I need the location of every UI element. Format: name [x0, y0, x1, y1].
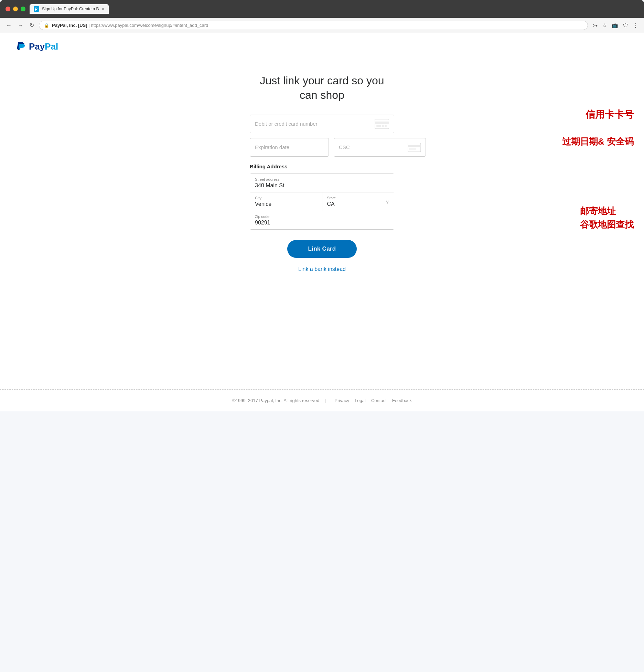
annotation-expiry-csc: 过期日期& 安全码: [562, 136, 634, 148]
tab-favicon-icon: P: [34, 6, 39, 12]
page-title: Just link your card so you can shop: [250, 74, 394, 102]
menu-icon[interactable]: ⋮: [632, 21, 639, 30]
state-label: State: [327, 196, 386, 200]
paypal-wordmark: PayPal: [29, 41, 58, 52]
billing-address-label: Billing Address: [250, 164, 394, 169]
reload-button[interactable]: ↻: [28, 21, 35, 30]
window-controls: [6, 7, 25, 11]
state-field[interactable]: State CA NY TX FL ∨: [322, 192, 394, 211]
svg-rect-7: [385, 125, 387, 127]
annotation-address-line2: 谷歌地图查找: [580, 218, 634, 231]
zip-code-field[interactable]: Zip code: [250, 211, 394, 229]
site-footer: ©1999–2017 Paypal, Inc. All rights reser…: [0, 389, 644, 411]
state-dropdown-arrow-icon: ∨: [386, 199, 389, 204]
paypal-pay-text: Pay: [29, 41, 45, 52]
ssl-lock-icon: 🔒: [44, 23, 49, 28]
browser-tab[interactable]: P Sign Up for PayPal: Create a B ✕: [30, 4, 109, 14]
back-button[interactable]: ←: [5, 21, 13, 30]
footer-divider: |: [325, 398, 326, 403]
forward-button[interactable]: →: [17, 21, 25, 30]
paypal-pal-text: Pal: [45, 41, 58, 52]
svg-rect-10: [409, 148, 416, 150]
card-number-input[interactable]: [255, 121, 375, 127]
svg-rect-9: [408, 145, 421, 147]
annotation-address: 邮寄地址 谷歌地图查找: [580, 204, 634, 231]
expiry-field[interactable]: [250, 138, 329, 157]
tab-title: Sign Up for PayPal: Create a B: [42, 7, 99, 11]
annotation-address-line1: 邮寄地址: [580, 204, 634, 218]
contact-link[interactable]: Contact: [371, 398, 387, 403]
card-number-field[interactable]: [250, 115, 394, 133]
svg-rect-4: [375, 122, 389, 124]
key-icon[interactable]: 🗝: [591, 21, 599, 29]
shield-icon[interactable]: 🛡: [622, 21, 629, 29]
tab-close-button[interactable]: ✕: [101, 7, 105, 11]
cast-icon[interactable]: 📺: [611, 21, 619, 30]
zip-input[interactable]: [255, 220, 389, 226]
card-form: Billing Address Street address City Veni…: [250, 115, 394, 272]
footer-copyright: ©1999–2017 Paypal, Inc. All rights reser…: [232, 398, 321, 403]
csc-field[interactable]: [334, 138, 426, 157]
card-placeholder-icon: [375, 119, 389, 129]
address-fields-group: Street address City Venice State: [250, 174, 394, 230]
main-content: Just link your card so you can shop: [0, 60, 644, 293]
link-bank-link[interactable]: Link a bank instead: [298, 266, 346, 272]
csc-input[interactable]: [339, 144, 408, 150]
street-address-field[interactable]: Street address: [250, 174, 394, 192]
url-domain: https://www.paypal.com: [91, 23, 138, 28]
billing-address-section: Billing Address Street address City Veni…: [250, 164, 394, 230]
paypal-p-logo-icon: [14, 40, 27, 53]
state-select[interactable]: CA NY TX FL: [327, 201, 335, 207]
browser-titlebar: P Sign Up for PayPal: Create a B ✕: [0, 0, 644, 18]
svg-rect-5: [376, 125, 381, 127]
svg-text:P: P: [35, 7, 37, 12]
link-card-button[interactable]: Link Card: [287, 240, 356, 258]
expiry-input[interactable]: [255, 144, 324, 150]
maximize-window-button[interactable]: [21, 7, 25, 11]
browser-toolbar-icons: 🗝 ☆ 📺 🛡 ⋮: [591, 21, 639, 30]
privacy-link[interactable]: Privacy: [335, 398, 350, 403]
annotation-card-number: 信用卡卡号: [586, 108, 634, 121]
city-label: City: [255, 196, 317, 200]
browser-toolbar: ← → ↻ 🔒 PayPal, Inc. [US] | https://www.…: [0, 18, 644, 33]
street-label: Street address: [255, 177, 389, 181]
url-display: PayPal, Inc. [US] | https://www.paypal.c…: [52, 23, 583, 28]
footer-links: Privacy Legal Contact Feedback: [335, 398, 412, 403]
browser-window: P Sign Up for PayPal: Create a B ✕ ← → ↻…: [0, 0, 644, 33]
city-state-row: City Venice State CA NY TX FL: [250, 192, 394, 211]
address-bar[interactable]: 🔒 PayPal, Inc. [US] | https://www.paypal…: [39, 21, 588, 30]
paypal-logo[interactable]: PayPal: [14, 40, 630, 53]
city-value: Venice: [255, 201, 317, 207]
minimize-window-button[interactable]: [13, 7, 18, 11]
zip-label: Zip code: [255, 214, 389, 219]
feedback-link[interactable]: Feedback: [392, 398, 412, 403]
site-header: PayPal: [0, 33, 644, 60]
url-company: PayPal, Inc. [US]: [52, 23, 87, 28]
city-field[interactable]: City Venice: [250, 192, 322, 211]
card-type-icons: [375, 119, 389, 129]
page-content: PayPal Just link your card so you can sh…: [0, 33, 644, 411]
bookmark-icon[interactable]: ☆: [601, 21, 608, 30]
csc-card-icon: [408, 143, 421, 152]
bottom-space: [0, 293, 644, 362]
svg-rect-8: [408, 143, 421, 152]
legal-link[interactable]: Legal: [355, 398, 366, 403]
expiry-csc-row: [250, 138, 394, 157]
url-path: /welcome/signup/#/intent_add_card: [138, 23, 208, 28]
close-window-button[interactable]: [6, 7, 10, 11]
svg-rect-6: [382, 125, 384, 127]
street-input[interactable]: [255, 182, 389, 189]
